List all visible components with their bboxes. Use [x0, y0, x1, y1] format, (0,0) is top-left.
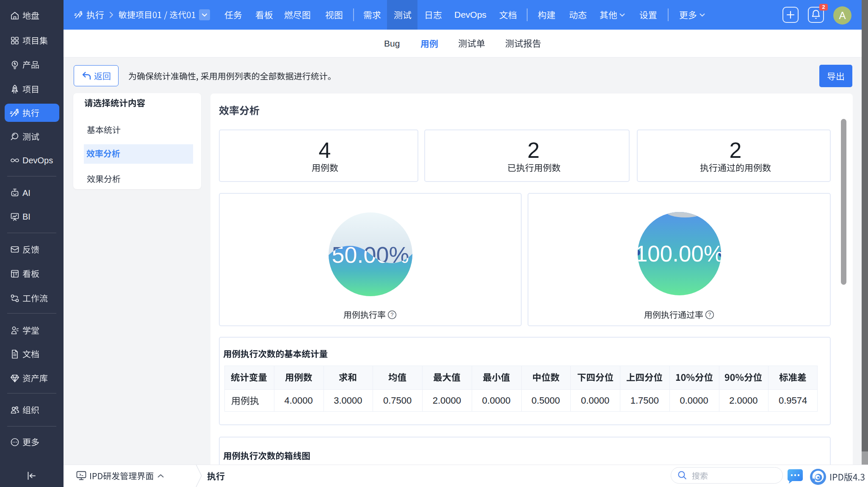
svg-text:?: ? [391, 312, 394, 318]
svg-text:100.00%: 100.00% [638, 241, 721, 266]
svg-text:?: ? [708, 312, 711, 318]
